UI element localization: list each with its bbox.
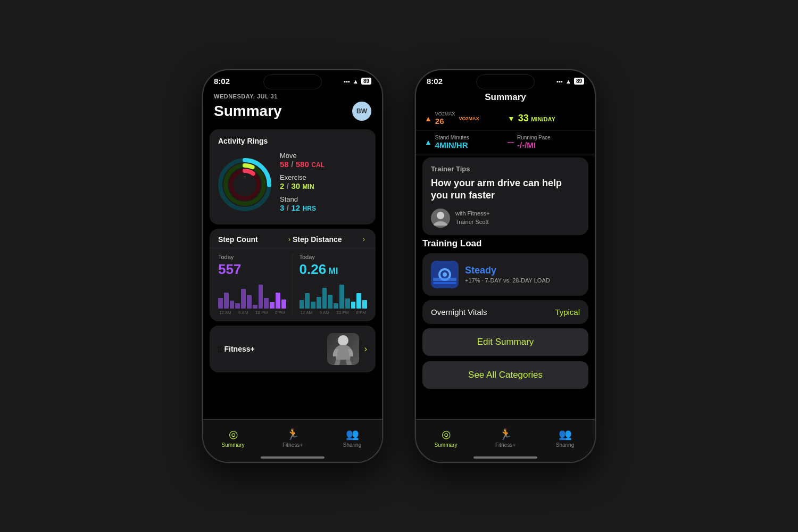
- overnight-vitals-status: Typical: [555, 307, 580, 317]
- wifi-icon-2: ▲: [566, 78, 571, 85]
- svg-rect-14: [433, 278, 456, 281]
- exercise-current: 2: [280, 181, 284, 190]
- fitness-plus-chevron: ›: [364, 344, 367, 354]
- tab-summary-1[interactable]: ◎ Summary: [203, 428, 263, 448]
- running-value: -/-/MI: [517, 140, 551, 149]
- step-header: Step Count › Step Distance ›: [210, 229, 376, 248]
- fitness-plus-label: Fitness+: [224, 345, 254, 353]
- step-bar-8: [264, 298, 269, 309]
- stand-label: Stand Minutes: [435, 135, 469, 140]
- training-load-icon: [431, 261, 459, 288]
- exercise-unit: MIN/DAY: [531, 116, 555, 122]
- distance-bar-1: [305, 293, 310, 309]
- step-distance-label[interactable]: Step Distance: [293, 235, 361, 244]
- fitness-tab-icon-2: 🏃: [499, 428, 512, 440]
- fitness-logo-group:  Fitness+: [218, 345, 327, 354]
- training-load-detail: +17% · 7-DAY vs. 28-DAY LOAD: [465, 277, 580, 284]
- summary-tab-icon-1: ◎: [229, 428, 238, 440]
- step-bar-4: [241, 289, 246, 309]
- svg-point-13: [443, 272, 447, 277]
- step-bar-5: [247, 295, 252, 309]
- sharing-tab-icon-1: 👥: [346, 428, 359, 440]
- exercise-arrow: ▼: [508, 114, 515, 123]
- metrics-top-row: ▲ VO2MAX 26 VO2MAX ▼ 33 MIN/DAY: [416, 109, 595, 130]
- stand-unit: HRS: [303, 205, 316, 212]
- stand-current: 3: [280, 203, 284, 212]
- distance-bar-4: [322, 288, 327, 309]
- status-icons-1: ▪▪▪ ▲ 89: [344, 78, 371, 85]
- phone-2: 8:02 ▪▪▪ ▲ 89 Summary ▲ VO2MAX 26 VO2MAX…: [415, 69, 596, 463]
- fitness-plus-section[interactable]:  Fitness+ ›: [210, 326, 376, 372]
- step-bar-10: [276, 293, 280, 309]
- sharing-tab-label-2: Sharing: [556, 442, 574, 448]
- step-bar-7: [259, 285, 263, 309]
- svg-point-10: [437, 212, 444, 219]
- edit-summary-button[interactable]: Edit Summary: [422, 328, 588, 356]
- step-distance-today: Today: [300, 254, 368, 260]
- exercise-time-metric: ▼ 33 MIN/DAY: [508, 111, 586, 126]
- header-1: WEDNESDAY, JUL 31 Summary BW: [203, 88, 382, 125]
- summary-tab-label-2: Summary: [435, 442, 458, 448]
- home-indicator-1: [261, 456, 325, 459]
- svg-text:→: →: [243, 175, 246, 178]
- vo2max-arrow: ▲: [425, 114, 432, 123]
- trainer-info: with Fitness+ Trainer Scott: [431, 209, 580, 228]
- trainer-tips-card[interactable]: Trainer Tips How your arm drive can help…: [422, 157, 588, 235]
- trainer-tips-title: Trainer Tips: [431, 165, 580, 173]
- step-bar-1: [224, 293, 229, 309]
- training-load-info: Steady +17% · 7-DAY vs. 28-DAY LOAD: [465, 265, 580, 284]
- distance-bar-11: [362, 300, 367, 309]
- summary-tab-icon-2: ◎: [442, 428, 451, 440]
- tab-sharing-1[interactable]: 👥 Sharing: [322, 428, 382, 448]
- vo2max-unit: VO2MAX: [459, 116, 479, 121]
- tab-fitness-2[interactable]: 🏃 Fitness+: [476, 428, 535, 448]
- tab-sharing-2[interactable]: 👥 Sharing: [535, 428, 595, 448]
- activity-rings-title: Activity Rings: [218, 137, 367, 145]
- action-buttons: Edit Summary See All Categories: [422, 328, 588, 389]
- distance-bar-3: [317, 297, 321, 309]
- overnight-vitals-label: Overnight Vitals: [431, 307, 487, 317]
- step-bar-2: [230, 301, 235, 309]
- fitness-thumbnail: [327, 333, 359, 365]
- move-current: 58: [280, 160, 289, 169]
- step-count-chevron: ›: [288, 236, 290, 243]
- step-distance-value-row: 0.26 MI: [300, 261, 368, 278]
- training-load-section: Training Load Steady +17% · 7-DAY vs. 28…: [422, 238, 588, 324]
- svg-text:↑: ↑: [244, 170, 246, 173]
- exercise-value: 33: [518, 113, 529, 123]
- distance-bar-5: [328, 295, 332, 309]
- training-load-card[interactable]: Steady +17% · 7-DAY vs. 28-DAY LOAD: [422, 253, 588, 296]
- exercise-unit: MIN: [303, 183, 314, 190]
- see-all-categories-button[interactable]: See All Categories: [422, 361, 588, 389]
- cellular-icon-2: ▪▪▪: [556, 78, 563, 85]
- ring-stats: Move 58 / 580 CAL Exercise 2 /: [280, 152, 367, 217]
- step-distance-col: Today 0.26 MI 12 AM6 AM12 PM6 PM: [300, 254, 368, 315]
- step-count-chart: [218, 282, 286, 309]
- step-distance-value: 0.26: [300, 261, 327, 277]
- wifi-icon: ▲: [353, 78, 359, 85]
- distance-bar-8: [345, 298, 350, 309]
- tab-summary-2[interactable]: ◎ Summary: [416, 428, 476, 448]
- step-chart-labels: 12 AM6 AM12 PM6 PM: [218, 310, 286, 315]
- sharing-tab-label-1: Sharing: [343, 442, 361, 448]
- stand-label: Stand: [280, 195, 367, 203]
- battery-icon: 89: [361, 78, 371, 85]
- cellular-icon: ▪▪▪: [344, 78, 350, 85]
- step-bar-9: [270, 302, 275, 309]
- stand-value: 4MIN/HR: [435, 140, 469, 149]
- vo2max-label: VO2MAX: [435, 111, 455, 117]
- dynamic-island-1: [263, 74, 322, 89]
- distance-bar-2: [311, 302, 315, 309]
- overnight-vitals-card[interactable]: Overnight Vitals Typical: [422, 300, 588, 324]
- trainer-name: with Fitness+ Trainer Scott: [455, 210, 490, 226]
- tab-fitness-1[interactable]: 🏃 Fitness+: [263, 428, 322, 448]
- avatar-1[interactable]: BW: [352, 102, 371, 121]
- tab-bar-1: ◎ Summary 🏃 Fitness+ 👥 Sharing: [203, 419, 382, 462]
- status-icons-2: ▪▪▪ ▲ 89: [556, 78, 584, 85]
- step-bar-11: [281, 300, 286, 309]
- move-unit: CAL: [311, 161, 325, 169]
- step-count-label[interactable]: Step Count: [218, 235, 286, 244]
- running-icon: —: [508, 138, 514, 146]
- page-title-1: Summary: [214, 103, 282, 120]
- distance-bar-0: [300, 300, 304, 309]
